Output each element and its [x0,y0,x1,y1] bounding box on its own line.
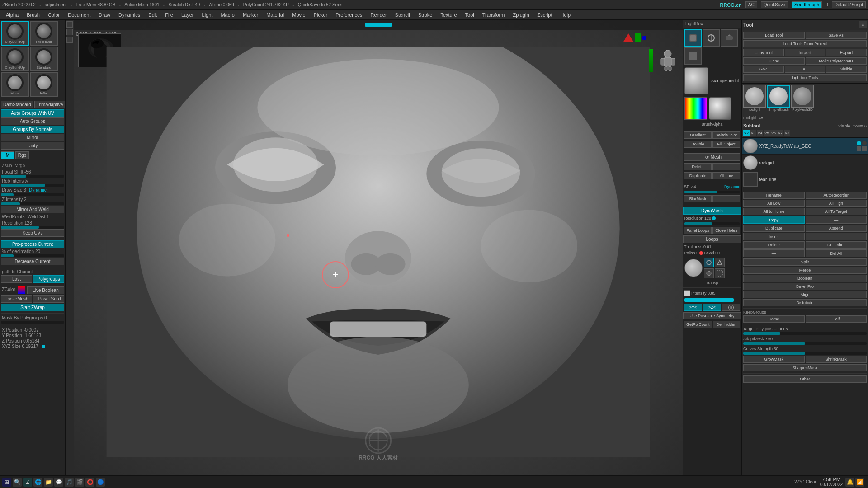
mirror-button[interactable]: Mirror [1,134,64,141]
split-button[interactable]: Split [743,258,867,266]
folder-taskbar[interactable]: 📁 [44,478,53,487]
tpose-mesh-button[interactable]: TposeMesh [1,295,32,303]
zbrush-taskbar[interactable]: Z [23,478,32,487]
decrease-current-button[interactable]: Decrease Current [1,258,64,265]
live-boolean-button[interactable]: Live Boolean [27,286,64,294]
grow-mask-button[interactable]: GrowMask [743,356,805,363]
light-sphere[interactable] [684,259,703,277]
use-poseable-symmetry-button[interactable]: Use Poseable Symmetry [683,312,741,319]
menu-tool[interactable]: Tool [462,11,478,19]
menu-brush[interactable]: Brush [23,11,43,19]
copy-tool-button[interactable]: Copy Tool [743,49,784,56]
all-low-btn[interactable]: All Low [743,200,805,207]
subtool-v4-tab[interactable]: V4 [757,130,763,136]
ac-button[interactable]: AC [745,1,757,8]
autorecord-button[interactable]: AutoRecorder [806,192,867,199]
tool-close-button[interactable]: × [859,21,867,28]
duplicate3-button[interactable]: Duplicate [743,225,805,232]
mirror-and-weld-button[interactable]: Mirror And Weld [1,206,64,213]
subtool-item-tearline[interactable]: tear_line [742,171,868,188]
subtool-item-xyz[interactable]: XYZ_ReadyToWrap_GEO [742,138,868,155]
make-polymesh3d-button[interactable]: Make PolyMesh3D [806,57,867,65]
tool-thumb-polymesh3d[interactable] [791,85,814,108]
load-tools-from-project-button[interactable]: Load Tools From Project [743,40,867,47]
light-icon3[interactable] [704,268,714,278]
tpose-subt-button[interactable]: TPosel SubT [33,295,64,303]
menu-help[interactable]: Help [557,11,575,19]
lightbox-icon3[interactable] [721,29,738,47]
menu-file[interactable]: File [161,11,177,19]
menu-draw[interactable]: Draw [95,11,114,19]
light-icon2[interactable] [715,258,725,267]
panel-loops-button[interactable]: Panel Loops [684,227,712,234]
brush-alpha-sphere[interactable] [709,97,731,120]
auto-groups-button[interactable]: Auto Groups [1,117,64,125]
sharpen-mask-button[interactable]: SharpenMask [743,364,867,371]
subtool-v8-tab[interactable]: V8 [784,130,790,136]
clone-button[interactable]: Clone [743,57,805,65]
blur-mask-button[interactable]: BlurMask [684,195,712,202]
subtool-item-rockgirl[interactable]: rockgirl [742,155,868,171]
brush-inflat[interactable]: Inflat [30,72,58,97]
chat-taskbar[interactable]: 💬 [54,478,63,487]
switch-color-button[interactable]: SwitchColor [712,131,740,139]
brush-mode-icon2[interactable] [66,29,73,35]
start-button[interactable]: ⊞ [2,478,11,487]
duplicate-button[interactable]: Duplicate [684,172,712,179]
z-neg-button[interactable]: >Z< [703,304,721,311]
rename-button[interactable]: Rename [743,192,805,199]
pre-process-current-button[interactable]: Pre-process Current [1,240,64,248]
boolean-button[interactable]: Boolean [743,275,867,282]
polycount-button[interactable]: GetPolCount [684,321,712,328]
distribute-button[interactable]: Distribute [743,299,867,306]
menu-edit[interactable]: Edit [145,11,160,19]
color-picker[interactable] [684,97,707,120]
brush-claybuildup[interactable]: ClayBuildUp [1,21,29,46]
start-zwrap-button[interactable]: Start ZWrap [1,304,64,311]
subtool-v2-tab[interactable]: V2 [743,130,750,136]
same-button[interactable]: Same [743,315,805,323]
double-button[interactable]: Double [684,141,712,148]
align-button[interactable]: Align [743,291,867,298]
copy-button[interactable]: Copy [743,216,805,224]
menu-preferences[interactable]: Preferences [332,11,366,19]
menu-stencil[interactable]: Stencil [392,11,414,19]
menu-material[interactable]: Material [263,11,288,19]
menu-marker[interactable]: Marker [239,11,262,19]
network-icon[interactable]: 📶 [855,478,864,487]
light-icon1[interactable] [704,258,714,267]
menu-color[interactable]: Color [44,11,63,19]
fill-object-button[interactable]: Fill Object [712,141,740,148]
load-tool-button[interactable]: Load Tool [743,32,805,39]
transp-icon[interactable] [715,268,725,278]
tool-thumb-simplebrush[interactable] [767,85,790,108]
search-taskbar[interactable]: 🔍 [13,478,22,487]
other-button[interactable]: Other [743,375,867,383]
loops-button[interactable]: Loops [683,235,741,243]
auto-groups-with-uv-button[interactable]: Auto Groups With UV [1,109,64,117]
append-button[interactable]: Append [806,225,867,232]
half-button[interactable]: Half [806,315,867,323]
all-high-btn[interactable]: All High [806,200,867,207]
brush-mode-icon3[interactable] [66,37,73,43]
close-holes-button[interactable]: Close Holes [712,227,740,234]
spotify-taskbar[interactable]: 🎵 [65,478,74,487]
subtool-v7-tab[interactable]: V7 [777,130,783,136]
export-button[interactable]: Export [826,49,867,56]
insert-button[interactable]: Insert [743,233,805,240]
del-hidden-button[interactable]: Del Hidden [713,321,740,328]
brush-mode-icon1[interactable] [66,21,73,28]
for-mesh-button[interactable]: For Mesh [684,153,740,161]
brush-freehand[interactable]: FreeHand [30,21,58,46]
startup-material-sphere[interactable] [684,67,708,94]
menu-transform[interactable]: Transform [479,11,509,19]
trimadaptive-button[interactable]: TrimAdaptive [34,101,66,108]
del-other-button[interactable]: Del Other [806,241,867,249]
menu-dynamics[interactable]: Dynamics [115,11,144,19]
delete-placeholder[interactable]: — [712,163,740,170]
lightbox-icon2[interactable] [703,29,720,47]
delete-button[interactable]: Delete [684,163,712,170]
all-low-button[interactable]: All Low [712,172,740,179]
lightbox-icon1[interactable] [684,29,702,47]
m-button[interactable]: M [1,151,14,159]
